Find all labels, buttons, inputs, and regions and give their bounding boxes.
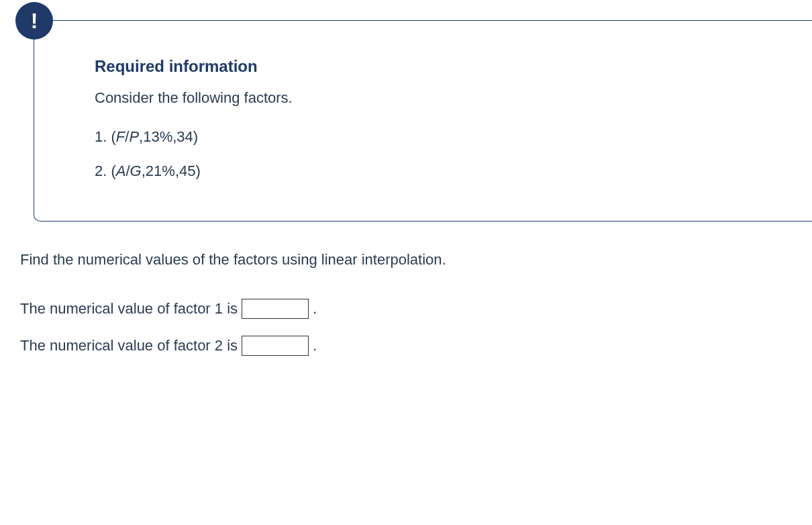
factor-2: 2. (A/G,21%,45) [95,160,785,182]
answer1-label: The numerical value of factor 1 is [20,297,238,320]
factor1-denominator: P [129,128,139,145]
factor1-prefix: 1. ( [95,128,116,145]
factor2-denominator: G [130,162,142,179]
alert-glyph: ! [31,5,38,37]
factor2-answer-input[interactable] [242,336,309,356]
required-intro: Consider the following factors. [95,87,785,109]
required-information-box: ! Required information Consider the foll… [34,20,812,222]
alert-icon: ! [15,2,53,40]
factor2-numerator: A [116,162,126,179]
answer2-period: . [313,334,317,356]
answer-row-2: The numerical value of factor 2 is . [20,334,812,356]
required-heading: Required information [95,54,785,79]
answer1-period: . [313,297,317,320]
factor-1: 1. (F/P,13%,34) [95,126,785,148]
answer2-label: The numerical value of factor 2 is [20,334,238,356]
factor2-suffix: ,21%,45) [142,162,201,179]
question-prompt: Find the numerical values of the factors… [20,248,812,271]
factor1-answer-input[interactable] [242,299,309,319]
factor1-suffix: ,13%,34) [139,128,198,145]
answer-row-1: The numerical value of factor 1 is . [20,297,812,320]
factor2-prefix: 2. ( [95,162,116,179]
factor1-numerator: F [116,128,125,145]
